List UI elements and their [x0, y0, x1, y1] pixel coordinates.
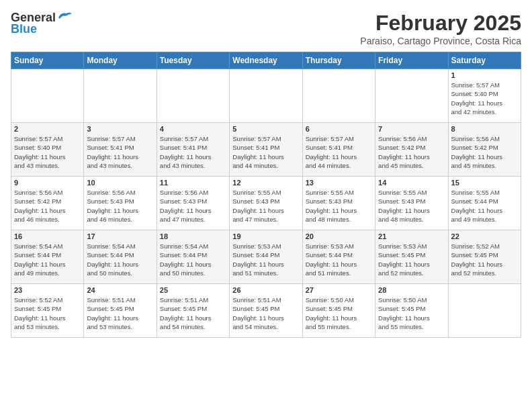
day-number: 3: [87, 125, 153, 133]
calendar-cell: 4Sunrise: 5:57 AM Sunset: 5:41 PM Daylig…: [157, 123, 229, 177]
calendar-header-row: SundayMondayTuesdayWednesdayThursdayFrid…: [11, 52, 521, 69]
calendar-cell: 9Sunrise: 5:56 AM Sunset: 5:42 PM Daylig…: [11, 177, 84, 230]
day-info: Sunrise: 5:55 AM Sunset: 5:43 PM Dayligh…: [232, 188, 299, 224]
day-info: Sunrise: 5:51 AM Sunset: 5:45 PM Dayligh…: [160, 295, 226, 331]
weekday-header: Thursday: [302, 52, 375, 69]
day-info: Sunrise: 5:57 AM Sunset: 5:40 PM Dayligh…: [451, 81, 518, 116]
day-number: 18: [160, 232, 226, 240]
day-number: 1: [451, 71, 518, 79]
calendar-cell: 18Sunrise: 5:54 AM Sunset: 5:44 PM Dayli…: [157, 230, 229, 284]
day-number: 28: [378, 286, 445, 294]
weekday-header: Friday: [375, 52, 448, 69]
calendar-cell: 2Sunrise: 5:57 AM Sunset: 5:40 PM Daylig…: [11, 123, 84, 177]
calendar-cell: 8Sunrise: 5:56 AM Sunset: 5:42 PM Daylig…: [448, 123, 521, 177]
weekday-header: Saturday: [448, 52, 521, 69]
day-number: 24: [87, 286, 153, 294]
weekday-header: Tuesday: [157, 52, 229, 69]
day-info: Sunrise: 5:55 AM Sunset: 5:44 PM Dayligh…: [451, 188, 518, 224]
calendar-cell: 28Sunrise: 5:50 AM Sunset: 5:45 PM Dayli…: [375, 284, 448, 338]
day-info: Sunrise: 5:51 AM Sunset: 5:45 PM Dayligh…: [232, 295, 299, 331]
day-info: Sunrise: 5:50 AM Sunset: 5:45 PM Dayligh…: [378, 295, 445, 331]
calendar-week-row: 1Sunrise: 5:57 AM Sunset: 5:40 PM Daylig…: [11, 69, 521, 123]
day-number: 12: [232, 179, 299, 187]
calendar-cell: 20Sunrise: 5:53 AM Sunset: 5:44 PM Dayli…: [302, 230, 375, 284]
calendar-cell: [11, 69, 84, 123]
day-info: Sunrise: 5:53 AM Sunset: 5:45 PM Dayligh…: [378, 242, 445, 277]
day-number: 14: [378, 179, 445, 187]
day-info: Sunrise: 5:57 AM Sunset: 5:41 PM Dayligh…: [160, 134, 226, 170]
day-info: Sunrise: 5:56 AM Sunset: 5:42 PM Dayligh…: [378, 134, 445, 170]
day-number: 9: [14, 179, 81, 187]
day-number: 7: [378, 125, 445, 133]
day-number: 11: [160, 179, 226, 187]
day-info: Sunrise: 5:52 AM Sunset: 5:45 PM Dayligh…: [451, 242, 518, 277]
day-info: Sunrise: 5:57 AM Sunset: 5:41 PM Dayligh…: [232, 134, 299, 170]
calendar-cell: 12Sunrise: 5:55 AM Sunset: 5:43 PM Dayli…: [230, 177, 302, 230]
page-header: General Blue February 2025 Paraiso, Cart…: [11, 11, 521, 46]
day-info: Sunrise: 5:56 AM Sunset: 5:42 PM Dayligh…: [451, 134, 518, 170]
day-number: 5: [232, 125, 299, 133]
calendar-cell: 3Sunrise: 5:57 AM Sunset: 5:41 PM Daylig…: [84, 123, 157, 177]
calendar-cell: 14Sunrise: 5:55 AM Sunset: 5:43 PM Dayli…: [375, 177, 448, 230]
day-info: Sunrise: 5:56 AM Sunset: 5:43 PM Dayligh…: [87, 188, 153, 224]
day-number: 2: [14, 125, 81, 133]
day-number: 6: [306, 125, 372, 133]
calendar-cell: 21Sunrise: 5:53 AM Sunset: 5:45 PM Dayli…: [375, 230, 448, 284]
calendar-cell: 15Sunrise: 5:55 AM Sunset: 5:44 PM Dayli…: [448, 177, 521, 230]
day-number: 10: [87, 179, 153, 187]
calendar-week-row: 16Sunrise: 5:54 AM Sunset: 5:44 PM Dayli…: [11, 230, 521, 284]
day-info: Sunrise: 5:53 AM Sunset: 5:44 PM Dayligh…: [232, 242, 299, 277]
calendar-cell: 27Sunrise: 5:50 AM Sunset: 5:45 PM Dayli…: [302, 284, 375, 338]
day-number: 22: [451, 232, 518, 240]
day-info: Sunrise: 5:53 AM Sunset: 5:44 PM Dayligh…: [306, 242, 372, 277]
calendar-week-row: 9Sunrise: 5:56 AM Sunset: 5:42 PM Daylig…: [11, 177, 521, 230]
calendar-cell: 17Sunrise: 5:54 AM Sunset: 5:44 PM Dayli…: [84, 230, 157, 284]
calendar-week-row: 2Sunrise: 5:57 AM Sunset: 5:40 PM Daylig…: [11, 123, 521, 177]
calendar-cell: 26Sunrise: 5:51 AM Sunset: 5:45 PM Dayli…: [230, 284, 302, 338]
calendar-table: SundayMondayTuesdayWednesdayThursdayFrid…: [11, 52, 521, 338]
calendar-cell: 19Sunrise: 5:53 AM Sunset: 5:44 PM Dayli…: [230, 230, 302, 284]
calendar-cell: 23Sunrise: 5:52 AM Sunset: 5:45 PM Dayli…: [11, 284, 84, 338]
calendar-cell: [448, 284, 521, 338]
calendar-cell: 6Sunrise: 5:57 AM Sunset: 5:41 PM Daylig…: [302, 123, 375, 177]
calendar-cell: 13Sunrise: 5:55 AM Sunset: 5:43 PM Dayli…: [302, 177, 375, 230]
day-number: 20: [306, 232, 372, 240]
weekday-header: Monday: [84, 52, 157, 69]
day-info: Sunrise: 5:57 AM Sunset: 5:41 PM Dayligh…: [306, 134, 372, 170]
calendar-cell: [157, 69, 229, 123]
calendar-cell: 7Sunrise: 5:56 AM Sunset: 5:42 PM Daylig…: [375, 123, 448, 177]
month-title: February 2025: [360, 11, 521, 36]
logo: General Blue: [11, 11, 72, 36]
logo-text-blue: Blue: [11, 22, 37, 36]
day-info: Sunrise: 5:56 AM Sunset: 5:42 PM Dayligh…: [14, 188, 81, 224]
calendar-cell: 24Sunrise: 5:51 AM Sunset: 5:45 PM Dayli…: [84, 284, 157, 338]
day-info: Sunrise: 5:52 AM Sunset: 5:45 PM Dayligh…: [14, 295, 81, 331]
day-number: 23: [14, 286, 81, 294]
day-number: 4: [160, 125, 226, 133]
day-number: 21: [378, 232, 445, 240]
day-number: 27: [306, 286, 372, 294]
calendar-cell: [84, 69, 157, 123]
calendar-cell: 10Sunrise: 5:56 AM Sunset: 5:43 PM Dayli…: [84, 177, 157, 230]
day-number: 26: [232, 286, 299, 294]
day-info: Sunrise: 5:51 AM Sunset: 5:45 PM Dayligh…: [87, 295, 153, 331]
day-info: Sunrise: 5:55 AM Sunset: 5:43 PM Dayligh…: [378, 188, 445, 224]
day-info: Sunrise: 5:55 AM Sunset: 5:43 PM Dayligh…: [306, 188, 372, 224]
day-info: Sunrise: 5:54 AM Sunset: 5:44 PM Dayligh…: [160, 242, 226, 277]
day-info: Sunrise: 5:54 AM Sunset: 5:44 PM Dayligh…: [14, 242, 81, 277]
day-info: Sunrise: 5:54 AM Sunset: 5:44 PM Dayligh…: [87, 242, 153, 277]
calendar-cell: [230, 69, 302, 123]
day-info: Sunrise: 5:56 AM Sunset: 5:43 PM Dayligh…: [160, 188, 226, 224]
day-number: 17: [87, 232, 153, 240]
day-number: 25: [160, 286, 226, 294]
calendar-cell: [375, 69, 448, 123]
day-number: 16: [14, 232, 81, 240]
calendar-cell: 22Sunrise: 5:52 AM Sunset: 5:45 PM Dayli…: [448, 230, 521, 284]
day-info: Sunrise: 5:57 AM Sunset: 5:41 PM Dayligh…: [87, 134, 153, 170]
calendar-cell: 5Sunrise: 5:57 AM Sunset: 5:41 PM Daylig…: [230, 123, 302, 177]
title-block: February 2025 Paraiso, Cartago Province,…: [360, 11, 521, 46]
calendar-cell: [302, 69, 375, 123]
day-info: Sunrise: 5:57 AM Sunset: 5:40 PM Dayligh…: [14, 134, 81, 170]
day-number: 19: [232, 232, 299, 240]
weekday-header: Sunday: [11, 52, 84, 69]
